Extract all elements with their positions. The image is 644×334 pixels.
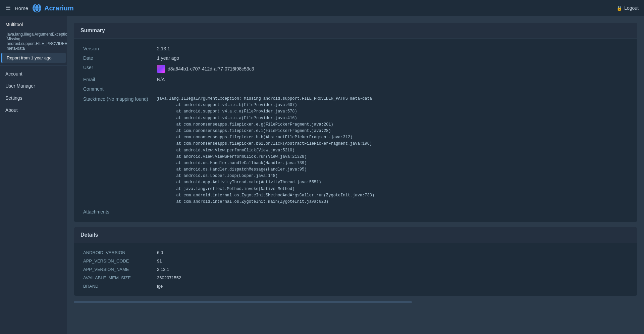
sidebar-item-account[interactable]: Account bbox=[0, 68, 67, 80]
detail-value: 3602071552 bbox=[154, 274, 631, 282]
summary-card: Summary Version 2.13.1 Date 1 year ago U… bbox=[74, 23, 637, 222]
user-id: d8a644b1-c707-412d-af77-0716f98c53c3 bbox=[168, 66, 254, 71]
sidebar-separator-1 bbox=[0, 65, 67, 66]
sidebar-item-user-manager[interactable]: User Manager bbox=[0, 80, 67, 92]
topbar: ☰ Home Acrarium 🔒 Logout bbox=[0, 0, 644, 16]
stacktrace-label: Stacktrace (No mapping found) bbox=[80, 94, 154, 207]
date-row: Date 1 year ago bbox=[80, 53, 631, 63]
detail-value: 91 bbox=[154, 257, 631, 265]
table-row: APP_VERSION_NAME2.13.1 bbox=[80, 265, 631, 274]
detail-key: ANDROID_VERSION bbox=[80, 248, 154, 257]
content-area: Summary Version 2.13.1 Date 1 year ago U… bbox=[67, 16, 644, 334]
main-layout: Multitool java.lang.IllegalArgumentExcep… bbox=[0, 16, 644, 334]
user-value-cell: d8a644b1-c707-412d-af77-0716f98c53c3 bbox=[154, 63, 631, 75]
date-label: Date bbox=[80, 53, 154, 63]
comment-row: Comment bbox=[80, 84, 631, 94]
version-row: Version 2.13.1 bbox=[80, 44, 631, 53]
details-table: ANDROID_VERSION6.0APP_VERSION_CODE91APP_… bbox=[80, 248, 631, 290]
comment-value bbox=[154, 84, 631, 94]
detail-key: APP_VERSION_NAME bbox=[80, 265, 154, 274]
scroll-track bbox=[74, 301, 412, 303]
sidebar-item-about[interactable]: About bbox=[0, 104, 67, 116]
logout-button[interactable]: 🔒 Logout bbox=[616, 5, 639, 11]
table-row: BRANDlge bbox=[80, 282, 631, 290]
table-row: APP_VERSION_CODE91 bbox=[80, 257, 631, 265]
summary-table: Version 2.13.1 Date 1 year ago User d8a6… bbox=[80, 44, 631, 217]
attachments-value bbox=[154, 207, 631, 217]
summary-body: Version 2.13.1 Date 1 year ago User d8a6… bbox=[74, 39, 637, 222]
version-label: Version bbox=[80, 44, 154, 53]
details-header: Details bbox=[74, 227, 637, 243]
email-value: N/A bbox=[154, 75, 631, 84]
home-link[interactable]: Home bbox=[15, 5, 28, 11]
avatar bbox=[157, 65, 165, 73]
email-label: Email bbox=[80, 75, 154, 84]
logout-label: Logout bbox=[624, 5, 639, 11]
detail-key: APP_VERSION_CODE bbox=[80, 257, 154, 265]
table-row: AVAILABLE_MEM_SIZE3602071552 bbox=[80, 274, 631, 282]
logout-icon: 🔒 bbox=[616, 5, 622, 11]
summary-header: Summary bbox=[74, 23, 637, 39]
user-cell: d8a644b1-c707-412d-af77-0716f98c53c3 bbox=[157, 65, 628, 73]
date-value: 1 year ago bbox=[154, 53, 631, 63]
stacktrace-value: java.lang.IllegalArgumentException: Miss… bbox=[154, 94, 631, 207]
brand: Acrarium bbox=[32, 3, 74, 13]
detail-value: 2.13.1 bbox=[154, 265, 631, 274]
detail-value: lge bbox=[154, 282, 631, 290]
user-row: User d8a644b1-c707-412d-af77-0716f98c53c… bbox=[80, 63, 631, 75]
brand-logo-icon bbox=[32, 3, 42, 13]
hamburger-icon[interactable]: ☰ bbox=[5, 4, 11, 12]
brand-name: Acrarium bbox=[44, 4, 74, 12]
attachments-label: Attachments bbox=[80, 207, 154, 217]
details-card: Details ANDROID_VERSION6.0APP_VERSION_CO… bbox=[74, 227, 637, 296]
details-body: ANDROID_VERSION6.0APP_VERSION_CODE91APP_… bbox=[74, 243, 637, 296]
table-row: ANDROID_VERSION6.0 bbox=[80, 248, 631, 257]
comment-label: Comment bbox=[80, 84, 154, 94]
topbar-left: ☰ Home Acrarium bbox=[5, 3, 74, 13]
sidebar: Multitool java.lang.IllegalArgumentExcep… bbox=[0, 16, 67, 334]
sidebar-item-report[interactable]: Report from 1 year ago bbox=[1, 53, 66, 63]
user-label: User bbox=[80, 63, 154, 75]
stacktrace-row: Stacktrace (No mapping found) java.lang.… bbox=[80, 94, 631, 207]
detail-key: AVAILABLE_MEM_SIZE bbox=[80, 274, 154, 282]
sidebar-item-settings[interactable]: Settings bbox=[0, 92, 67, 104]
sidebar-error-title[interactable]: java.lang.IllegalArgumentException: Miss… bbox=[1, 31, 66, 52]
sidebar-item-multitool[interactable]: Multitool bbox=[1, 19, 66, 30]
stacktrace-text: java.lang.IllegalArgumentException: Miss… bbox=[157, 96, 628, 205]
attachments-row: Attachments bbox=[80, 207, 631, 217]
detail-value: 6.0 bbox=[154, 248, 631, 257]
email-row: Email N/A bbox=[80, 75, 631, 84]
scroll-indicator bbox=[74, 301, 637, 303]
detail-key: BRAND bbox=[80, 282, 154, 290]
version-value: 2.13.1 bbox=[154, 44, 631, 53]
